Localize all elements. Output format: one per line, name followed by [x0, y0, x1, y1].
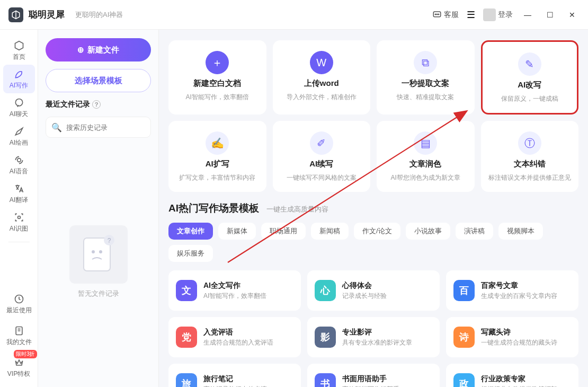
menu-icon[interactable]: ☰: [466, 10, 476, 20]
feature-desc: 一键续写不同风格的文案: [287, 173, 357, 182]
chat-bubble-icon: [432, 10, 442, 20]
template-item-4[interactable]: 影专业影评具有专业水准的影评文章: [307, 317, 440, 357]
home-icon: [13, 40, 25, 51]
tab-7[interactable]: 视频脚本: [498, 223, 543, 240]
tab-1[interactable]: 新媒体: [218, 223, 256, 240]
feature-icon: ✐: [310, 131, 333, 155]
template-title: 心得体会: [342, 281, 387, 291]
template-grid: 文AI全文写作AI智能写作，效率翻倍心心得体会记录成长与经验百百家号文章生成专业…: [168, 270, 578, 387]
scan-icon: [13, 212, 25, 223]
tab-4[interactable]: 作文/论文: [354, 223, 400, 240]
template-icon: 旅: [176, 373, 197, 387]
template-item-1[interactable]: 心心得体会记录成长与经验: [307, 270, 440, 311]
pick-template-label: 选择场景模板: [75, 76, 122, 85]
template-item-8[interactable]: 政行业政策专家根据行业名称提供政策框架: [446, 364, 578, 387]
feature-desc: 导入外部文件，精准创作: [287, 93, 357, 102]
feature-icon: ▤: [414, 131, 437, 155]
feature-card-2[interactable]: ⧉一秒提取文案快速、精准提取文案: [377, 40, 475, 115]
empty-text: 暂无文件记录: [78, 289, 119, 298]
nav-item-pen[interactable]: AI写作: [3, 65, 35, 93]
pen-icon: [13, 68, 25, 80]
svg-point-2: [436, 14, 438, 15]
feature-icon: W: [310, 51, 333, 74]
tab-8[interactable]: 娱乐服务: [168, 245, 213, 262]
template-icon: 书: [315, 373, 336, 387]
nav-item-scan[interactable]: AI识图: [3, 208, 35, 236]
svg-point-3: [438, 14, 439, 15]
chat-icon: [13, 97, 25, 109]
side-panel: ⊕ 新建文件 选择场景模板 最近文件记录 ? 🔍 ? 暂无文件记录: [38, 30, 159, 387]
search-input[interactable]: [66, 124, 155, 131]
template-title: 专业影评: [342, 328, 412, 337]
nav-label: VIP特权: [7, 370, 30, 379]
template-item-2[interactable]: 百百家号文章生成专业的百家号文章内容: [446, 270, 578, 311]
tab-0[interactable]: 文章创作: [168, 223, 213, 240]
nav-label: AI语音: [10, 167, 28, 176]
login-label: 登录: [498, 10, 513, 20]
template-desc: 高效智能写作好帮手: [342, 385, 399, 388]
nav-item-brush[interactable]: AI绘画: [3, 122, 35, 151]
app-name: 聪明灵犀: [29, 8, 65, 21]
template-title: 写藏头诗: [481, 328, 557, 337]
nav-label: 最近使用: [6, 306, 32, 315]
nav-label: AI写作: [10, 81, 28, 90]
nav-item-translate[interactable]: AI翻译: [3, 179, 35, 208]
close-button[interactable]: ✕: [565, 7, 580, 22]
feature-cards: ＋新建空白文档AI智能写作，效率翻倍W上传word导入外部文件，精准创作⧉一秒提…: [168, 40, 578, 192]
feature-desc: 保留原义，一键成稿: [501, 94, 558, 103]
feature-card-5[interactable]: ✐AI续写一键续写不同风格的文案: [273, 121, 371, 192]
tab-3[interactable]: 新闻稿: [311, 223, 349, 240]
empty-state: ? 暂无文件记录: [46, 145, 151, 379]
section-header: AI热门写作场景模板 一键生成高质量内容: [168, 201, 578, 215]
template-item-0[interactable]: 文AI全文写作AI智能写作，效率翻倍: [168, 270, 301, 311]
feature-card-3[interactable]: ✎AI改写保留原义，一键成稿: [481, 40, 579, 115]
feature-desc: 标注错误文本并提供修正意见: [488, 173, 571, 182]
app-logo: 聪明灵犀 更聪明的AI神器: [8, 7, 123, 22]
nav-label: AI识图: [10, 224, 28, 233]
tab-6[interactable]: 演讲稿: [456, 223, 493, 240]
feature-card-0[interactable]: ＋新建空白文档AI智能写作，效率翻倍: [168, 40, 266, 115]
template-icon: 诗: [453, 327, 475, 348]
minimize-button[interactable]: —: [520, 7, 535, 22]
feature-icon: ✍: [206, 131, 229, 155]
template-icon: 百: [453, 280, 475, 301]
template-title: 入党评语: [203, 328, 273, 337]
nav-label: AI绘画: [10, 138, 28, 147]
new-file-button[interactable]: ⊕ 新建文件: [46, 38, 151, 61]
template-item-3[interactable]: 党入党评语生成符合规范的入党评语: [168, 317, 301, 357]
template-item-6[interactable]: 旅旅行笔记高效记录旅行中的点滴: [168, 364, 301, 387]
nav-item-chat[interactable]: AI聊天: [3, 93, 35, 122]
template-item-5[interactable]: 诗写藏头诗一键生成符合规范的藏头诗: [446, 317, 578, 357]
search-box[interactable]: 🔍: [46, 117, 151, 138]
template-icon: 党: [176, 327, 197, 348]
feature-title: AI扩写: [206, 159, 229, 169]
template-desc: 高效记录旅行中的点滴: [203, 385, 267, 388]
nav-item-audio[interactable]: AI语音: [3, 151, 35, 179]
template-title: 行业政策专家: [481, 374, 557, 384]
support-button[interactable]: 客服: [432, 10, 459, 20]
template-desc: 具有专业水准的影评文章: [342, 338, 412, 347]
feature-card-7[interactable]: Ⓣ文本纠错标注错误文本并提供修正意见: [481, 121, 579, 192]
svg-point-5: [17, 158, 21, 162]
feature-card-6[interactable]: ▤文章润色AI帮您润色为成为新文章: [377, 121, 475, 192]
template-desc: 记录成长与经验: [342, 292, 387, 301]
feature-title: 文章润色: [409, 159, 441, 169]
nav-item-file[interactable]: 我的文件: [3, 321, 35, 350]
feature-card-4[interactable]: ✍AI扩写扩写文章，丰富情节和内容: [168, 121, 266, 192]
maximize-button[interactable]: ☐: [542, 7, 557, 22]
titlebar: 聪明灵犀 更聪明的AI神器 客服 ☰ 登录 — ☐ ✕: [0, 0, 588, 30]
plus-icon: ⊕: [77, 45, 84, 55]
svg-point-1: [435, 14, 436, 15]
nav-item-history[interactable]: 最近使用: [3, 289, 35, 318]
pick-template-button[interactable]: 选择场景模板: [46, 69, 151, 92]
tab-5[interactable]: 小说故事: [406, 223, 450, 240]
login-button[interactable]: 登录: [483, 8, 513, 21]
history-icon: [13, 293, 25, 305]
feature-card-1[interactable]: W上传word导入外部文件，精准创作: [273, 40, 371, 115]
section-title: AI热门写作场景模板: [168, 201, 259, 215]
tab-2[interactable]: 职场通用: [261, 223, 306, 240]
nav-item-home[interactable]: 首页: [3, 36, 35, 65]
help-icon[interactable]: ?: [92, 100, 101, 109]
template-item-7[interactable]: 书书面用语助手高效智能写作好帮手: [307, 364, 440, 387]
svg-point-10: [92, 250, 95, 253]
